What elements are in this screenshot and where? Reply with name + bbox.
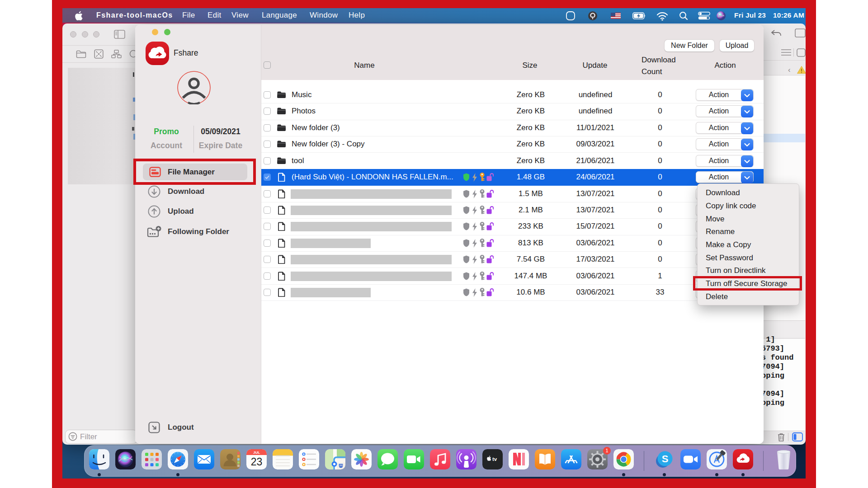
svg-text:280: 280 (339, 465, 343, 467)
svg-text:tv: tv (492, 456, 497, 462)
svg-text:JUL: JUL (253, 450, 259, 455)
svg-text:S: S (661, 453, 668, 465)
svg-text:23: 23 (250, 456, 262, 468)
